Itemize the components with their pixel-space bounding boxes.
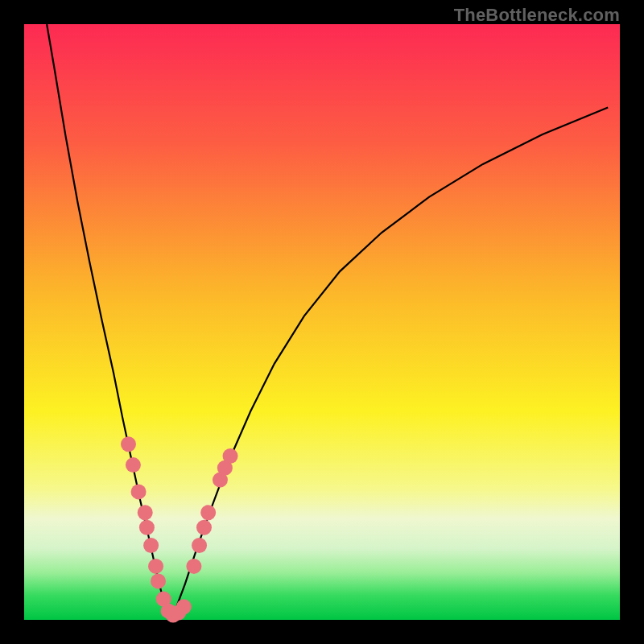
chart-svg (24, 24, 620, 620)
curve-right-branch (170, 108, 608, 617)
data-point-marker (148, 559, 163, 574)
data-point-marker (121, 436, 136, 452)
data-point-marker (192, 538, 207, 553)
data-point-marker (196, 520, 212, 535)
data-point-marker (200, 505, 216, 520)
marker-group (121, 436, 238, 622)
data-point-marker (223, 448, 238, 464)
data-point-marker (138, 505, 153, 520)
data-point-marker (139, 520, 155, 535)
data-point-marker (176, 599, 192, 614)
data-point-marker (186, 559, 201, 574)
data-point-marker (126, 457, 141, 473)
data-point-marker (143, 538, 159, 553)
watermark-text: TheBottleneck.com (454, 5, 620, 26)
data-point-marker (131, 484, 147, 499)
data-point-marker (151, 573, 166, 588)
chart-frame: TheBottleneck.com (0, 0, 644, 644)
